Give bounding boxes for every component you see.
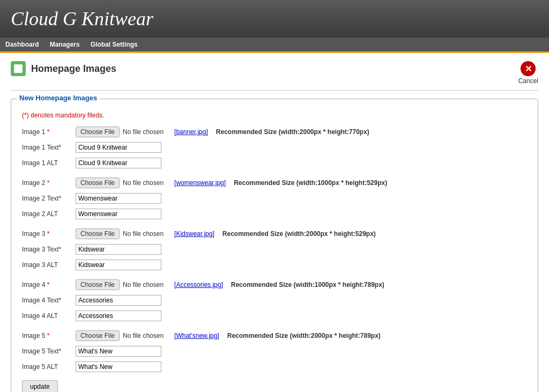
header: Cloud G Knitwear	[0, 0, 549, 38]
cancel-icon[interactable]: ✕	[521, 61, 536, 76]
image-2-no-file: No file chosen	[123, 179, 164, 187]
image-3-required-star: *	[47, 230, 50, 238]
image-2-text-label: Image 2 Text*	[22, 195, 76, 202]
image-3-text-row: Image 3 Text*	[22, 243, 527, 256]
image-4-file-section: Choose File No file chosen	[76, 279, 164, 290]
image-4-alt-input[interactable]	[76, 310, 161, 321]
image-1-alt-label: Image 1 ALT	[22, 159, 76, 167]
image-4-text-label: Image 4 Text*	[22, 297, 76, 304]
image-5-required-star: *	[47, 332, 50, 339]
image-4-label: Image 4 *	[22, 281, 76, 289]
image-3-choose-file-btn[interactable]: Choose File	[76, 228, 120, 239]
image-2-file-section: Choose File No file chosen	[76, 177, 164, 188]
image-1-rec-size: Recommended Size (width:2000px * height:…	[216, 128, 369, 136]
spacer-4	[22, 325, 527, 329]
page-title-row: Homepage Images ✕ Cancel	[11, 61, 538, 91]
image-1-file-link[interactable]: [banner.jpg]	[174, 128, 208, 136]
page-title-left: Homepage Images	[11, 61, 116, 76]
image-5-label: Image 5 *	[22, 332, 76, 339]
image-1-label: Image 1 *	[22, 128, 76, 136]
nav-managers[interactable]: Managers	[50, 41, 80, 48]
image-3-rec-size: Recommended Size (width:2000px * height:…	[222, 230, 376, 238]
image-3-file-row: Image 3 * Choose File No file chosen [Ki…	[22, 227, 527, 240]
image-4-text-required-star: *	[58, 297, 61, 304]
image-5-file-row: Image 5 * Choose File No file chosen [Wh…	[22, 329, 527, 342]
image-3-no-file: No file chosen	[123, 230, 164, 238]
spacer-3	[22, 274, 527, 278]
navbar: Dashboard Managers Global Settings	[0, 38, 549, 53]
image-1-choose-file-btn[interactable]: Choose File	[76, 127, 120, 137]
image-3-text-input[interactable]	[76, 244, 161, 255]
image-5-text-label: Image 5 Text*	[22, 347, 76, 355]
image-5-text-row: Image 5 Text*	[22, 345, 527, 358]
image-5-file-section: Choose File No file chosen	[76, 330, 164, 341]
image-5-file-link[interactable]: [What'snew.jpg]	[174, 332, 219, 339]
image-1-text-input[interactable]	[76, 142, 161, 153]
image-2-rec-size: Recommended Size (width:1000px * height:…	[234, 179, 387, 187]
image-3-text-label: Image 3 Text*	[22, 246, 76, 253]
image-2-choose-file-btn[interactable]: Choose File	[76, 177, 120, 188]
image-2-file-row: Image 2 * Choose File No file chosen [wo…	[22, 176, 527, 189]
image-3-alt-input[interactable]	[76, 260, 161, 270]
image-2-required-star: *	[47, 179, 50, 187]
image-1-no-file: No file chosen	[123, 128, 164, 136]
image-4-alt-label: Image 4 ALT	[22, 312, 76, 320]
image-1-required-star: *	[47, 128, 50, 136]
image-4-text-row: Image 4 Text*	[22, 294, 527, 307]
update-button[interactable]: update	[22, 380, 58, 392]
image-2-text-row: Image 2 Text*	[22, 192, 527, 205]
image-1-text-label: Image 1 Text*	[22, 144, 76, 151]
image-2-alt-row: Image 2 ALT	[22, 208, 527, 220]
image-3-file-link[interactable]: [Kidswear.jpg]	[174, 230, 214, 238]
page-content: Homepage Images ✕ Cancel New Homepage Im…	[0, 53, 549, 392]
image-5-alt-input[interactable]	[76, 361, 161, 372]
image-1-alt-row: Image 1 ALT	[22, 157, 527, 169]
image-1-text-required-star: *	[58, 144, 61, 151]
nav-dashboard[interactable]: Dashboard	[5, 41, 39, 48]
spacer-2	[22, 223, 527, 227]
image-4-file-row: Image 4 * Choose File No file chosen [Ac…	[22, 278, 527, 291]
image-4-rec-size: Recommended Size (width:1000px * height:…	[231, 281, 384, 289]
image-2-text-required-star: *	[58, 195, 61, 202]
image-3-alt-label: Image 3 ALT	[22, 261, 76, 269]
image-3-text-required-star: *	[58, 246, 61, 253]
cancel-area: ✕ Cancel	[518, 61, 538, 85]
image-5-alt-label: Image 5 ALT	[22, 363, 76, 371]
image-3-file-section: Choose File No file chosen	[76, 228, 164, 239]
image-2-text-input[interactable]	[76, 193, 161, 204]
image-5-text-input[interactable]	[76, 346, 161, 357]
image-1-file-section: Choose File No file chosen	[76, 127, 164, 137]
nav-global-settings[interactable]: Global Settings	[91, 41, 138, 48]
form-section-title: New Homepage Images	[17, 94, 100, 102]
image-2-alt-label: Image 2 ALT	[22, 210, 76, 218]
page-icon-inner	[14, 64, 23, 73]
page-icon	[11, 61, 26, 76]
spacer-1	[22, 172, 527, 176]
image-5-no-file: No file chosen	[123, 332, 164, 339]
image-4-text-input[interactable]	[76, 295, 161, 306]
image-4-required-star: *	[47, 281, 50, 289]
image-5-choose-file-btn[interactable]: Choose File	[76, 330, 120, 341]
page-title: Homepage Images	[31, 63, 116, 75]
image-5-alt-row: Image 5 ALT	[22, 360, 527, 373]
image-rows: Image 1 * Choose File No file chosen [ba…	[22, 125, 527, 373]
image-2-label: Image 2 *	[22, 179, 76, 187]
mandatory-note: (*) denotes mandatory fileds.	[22, 112, 527, 119]
image-3-label: Image 3 *	[22, 230, 76, 238]
image-5-text-required-star: *	[58, 347, 61, 355]
form-section: New Homepage Images (*) denotes mandator…	[11, 99, 538, 392]
image-4-alt-row: Image 4 ALT	[22, 309, 527, 322]
image-5-rec-size: Recommended Size (width:2000px * height:…	[227, 332, 381, 339]
image-4-no-file: No file chosen	[123, 281, 164, 289]
cancel-label[interactable]: Cancel	[518, 77, 538, 85]
logo: Cloud G Knitwear	[11, 8, 153, 30]
image-4-choose-file-btn[interactable]: Choose File	[76, 279, 120, 290]
image-2-alt-input[interactable]	[76, 209, 161, 219]
image-1-text-row: Image 1 Text*	[22, 141, 527, 154]
image-3-alt-row: Image 3 ALT	[22, 258, 527, 271]
image-4-file-link[interactable]: [Accessories.jpg]	[174, 281, 223, 289]
image-2-file-link[interactable]: [womenswear.jpg]	[174, 179, 226, 187]
image-1-alt-input[interactable]	[76, 158, 161, 168]
image-1-file-row: Image 1 * Choose File No file chosen [ba…	[22, 125, 527, 138]
